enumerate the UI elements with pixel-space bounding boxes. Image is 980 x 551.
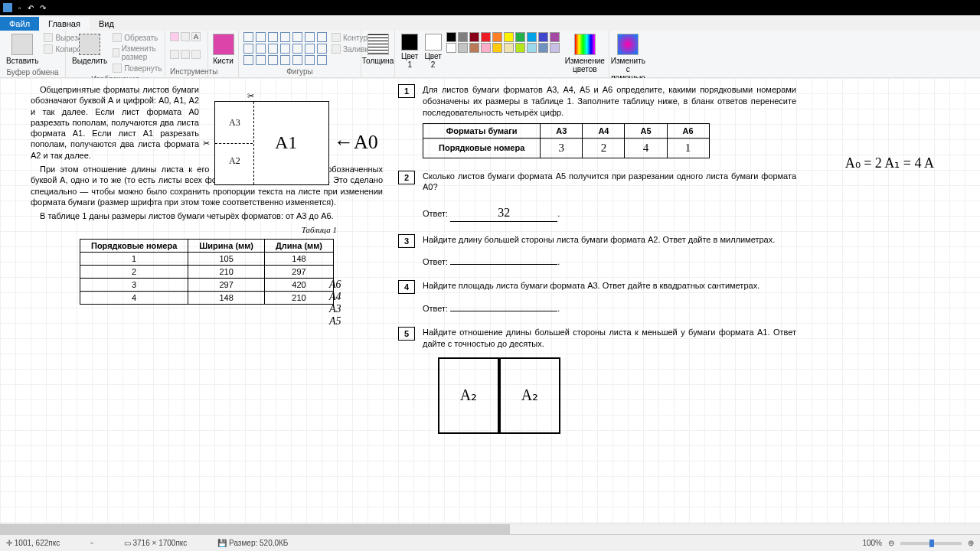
paragraph-1: Общепринятые форматы листов бумаги обозн… (31, 84, 199, 161)
file-size: 💾 Размер: 520,0КБ (217, 539, 288, 547)
color-swatch[interactable] (527, 43, 537, 53)
color2-button[interactable]: Цвет 2 (423, 32, 443, 70)
color-swatch[interactable] (515, 32, 525, 42)
side-equation: A₀ = 2 A₁ = 4 A (845, 155, 934, 171)
paragraph-2: При этом отношение длины листа к его шир… (31, 164, 383, 207)
eraser-tool[interactable] (170, 50, 179, 59)
color-swatch[interactable] (458, 43, 468, 53)
color-swatch[interactable] (527, 32, 537, 42)
color-swatch[interactable] (550, 43, 560, 53)
color-swatch[interactable] (492, 32, 502, 42)
group-clipboard: Буфер обмена (5, 67, 60, 77)
paste-button[interactable]: Вставить (5, 32, 40, 67)
zoom-slider[interactable] (900, 542, 962, 545)
color-swatch[interactable] (481, 32, 491, 42)
color-swatch[interactable] (458, 32, 468, 42)
tab-view[interactable]: Вид (90, 17, 123, 31)
rotate-button[interactable]: Повернуть (112, 63, 162, 73)
task-3-num: 3 (398, 234, 415, 248)
color1-button[interactable]: Цвет 1 (400, 32, 420, 70)
color-swatch[interactable] (446, 32, 456, 42)
shapes-gallery[interactable] (243, 32, 328, 65)
canvas[interactable]: Общепринятые форматы листов бумаги обозн… (0, 78, 980, 534)
zoom-level: 100% (862, 539, 882, 547)
group-tools: Инструменты (170, 66, 203, 76)
paper-diagram: A3 A2 A1 ←A0 ✂ ✂ (214, 101, 329, 185)
status-bar: ✛ 1001, 622пкс ▫ ▭ 3716 × 1700пкс 💾 Разм… (0, 534, 980, 551)
zoom-out-button[interactable]: ⊖ (888, 539, 894, 547)
table-1: Порядковые номераШирина (мм)Длина (мм) 1… (80, 239, 334, 305)
undo-button[interactable]: ↶ (28, 4, 34, 12)
tab-file[interactable]: Файл (0, 17, 39, 31)
selection-icon: ▫ (90, 539, 93, 547)
task-4-text: Найдите площадь листа бумаги формата А3.… (423, 281, 760, 290)
task-2-num: 2 (398, 171, 415, 184)
color-swatch[interactable] (515, 43, 525, 53)
task-1-num: 1 (398, 84, 415, 98)
crop-button[interactable]: Обрезать (112, 32, 162, 43)
color-swatch[interactable] (481, 43, 491, 53)
color-palette[interactable] (446, 32, 560, 53)
color-swatch[interactable] (469, 32, 479, 42)
color-swatch[interactable] (469, 43, 479, 53)
task-5-text: Найдите отношение длины большей стороны … (423, 328, 796, 348)
task-1-text: Для листов бумаги форматов А3, А4, А5 и … (423, 84, 796, 119)
picker-tool[interactable] (181, 50, 190, 59)
ribbon: Вставить Вырезать Копировать Буфер обмен… (0, 31, 980, 78)
brushes-button[interactable]: Кисти (213, 32, 234, 67)
app-icon (3, 3, 12, 12)
color-swatch[interactable] (492, 43, 502, 53)
color-swatch[interactable] (550, 32, 560, 42)
color-swatch[interactable] (538, 32, 548, 42)
color-swatch[interactable] (538, 43, 548, 53)
cursor-position: ✛ 1001, 622пкс (6, 539, 60, 547)
color-swatch[interactable] (446, 43, 456, 53)
select-button[interactable]: Выделить (70, 32, 109, 67)
table1-caption: Таблица 1 (31, 225, 337, 234)
size-button[interactable]: Толщина (366, 32, 390, 67)
task-3-text: Найдите длину большей стороны листа бума… (423, 235, 775, 244)
canvas-dimensions: ▭ 3716 × 1700пкс (124, 539, 188, 547)
color-swatch[interactable] (504, 32, 514, 42)
horizontal-scrollbar[interactable] (0, 523, 980, 534)
task-4-num: 4 (398, 280, 415, 294)
task-2-text: Сколько листов бумаги формата А5 получит… (423, 171, 796, 192)
task-5-num: 5 (398, 327, 415, 341)
zoom-tool[interactable] (191, 50, 201, 59)
sketch-boxes: A₂A₂ (438, 357, 796, 434)
edit-colors-button[interactable]: Изменение цветов (564, 32, 606, 75)
zoom-in-button[interactable]: ⊕ (968, 539, 974, 547)
save-icon[interactable]: ▫ (18, 4, 21, 12)
redo-button[interactable]: ↷ (40, 4, 46, 12)
pencil-tool[interactable] (170, 32, 179, 41)
ribbon-tabs: Файл Главная Вид (0, 15, 980, 31)
text-tool[interactable]: A (191, 32, 201, 41)
fill-tool[interactable] (181, 32, 190, 41)
resize-button[interactable]: Изменить размер (112, 44, 162, 62)
color-swatch[interactable] (504, 43, 514, 53)
title-bar: ▫ ↶ ↷ (0, 0, 980, 15)
tab-home[interactable]: Главная (39, 17, 90, 31)
task-1-table: Форматы бумагиА3А4А5А6 Порядковые номера… (423, 123, 710, 158)
group-shapes: Фигуры (243, 66, 356, 76)
paragraph-3: В таблице 1 даны размеры листов бумаги ч… (31, 210, 383, 221)
